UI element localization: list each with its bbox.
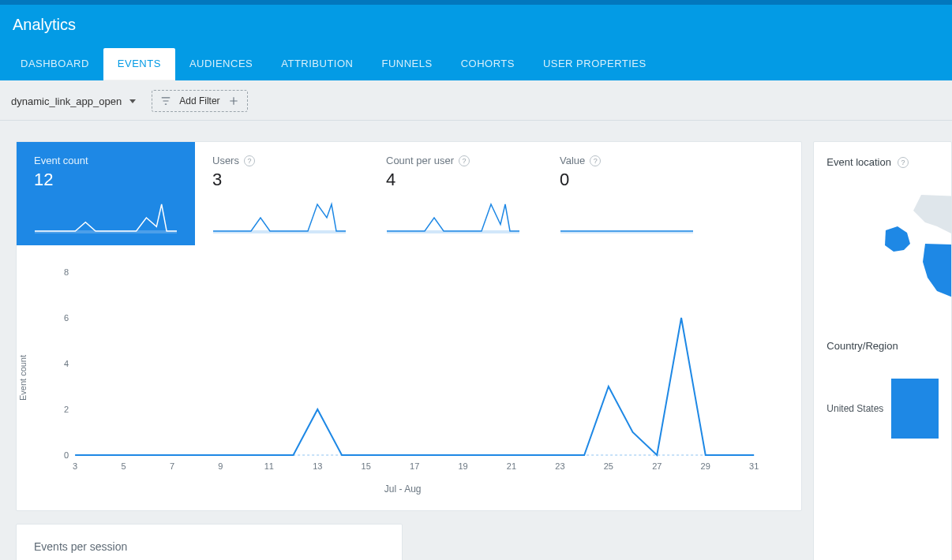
- metric-value: 0: [560, 170, 702, 190]
- metric-label-text: Users: [212, 155, 239, 166]
- country-bar-track: [891, 379, 939, 439]
- caret-down-icon: [129, 99, 136, 103]
- help-icon[interactable]: ?: [244, 155, 255, 166]
- svg-text:15: 15: [362, 461, 371, 471]
- svg-text:5: 5: [122, 461, 126, 471]
- metric-tile-event-count[interactable]: Event count 12: [17, 142, 195, 245]
- svg-text:8: 8: [64, 267, 69, 277]
- side-card-title: Event location: [826, 156, 891, 168]
- country-region-label: Country/Region: [826, 340, 939, 352]
- metric-value: 4: [386, 170, 528, 190]
- svg-text:23: 23: [555, 461, 564, 471]
- svg-text:21: 21: [507, 461, 516, 471]
- metric-label-text: Value: [560, 155, 585, 166]
- tab-events[interactable]: EVENTS: [103, 48, 175, 80]
- svg-text:19: 19: [458, 461, 467, 471]
- y-axis-label: Event count: [18, 355, 28, 401]
- map-north-america: [850, 187, 951, 313]
- tab-user-properties[interactable]: USER PROPERTIES: [529, 48, 661, 80]
- metric-label: Users ?: [212, 155, 354, 166]
- country-bar-row: United States: [826, 379, 939, 439]
- svg-text:0: 0: [64, 450, 69, 460]
- svg-text:7: 7: [170, 461, 174, 471]
- metric-label-text: Event count: [34, 155, 88, 166]
- svg-text:2: 2: [64, 405, 69, 414]
- filter-bar: dynamic_link_app_open Add Filter: [0, 80, 952, 121]
- filter-icon: [160, 95, 171, 106]
- sparkline-value: [560, 201, 694, 234]
- events-per-session-title: Events per session: [34, 540, 127, 553]
- header-tabs: DASHBOARD EVENTS AUDIENCES ATTRIBUTION F…: [0, 48, 952, 80]
- main-line-chart: 0246835791113151719212325272931: [43, 264, 762, 477]
- app-header: Analytics DASHBOARD EVENTS AUDIENCES ATT…: [0, 5, 952, 80]
- tab-cohorts[interactable]: COHORTS: [447, 48, 529, 80]
- event-select-value: dynamic_link_app_open: [11, 95, 122, 107]
- sparkline-event-count: [34, 201, 178, 234]
- tab-funnels[interactable]: FUNNELS: [367, 48, 446, 80]
- svg-text:31: 31: [749, 461, 759, 471]
- svg-text:17: 17: [410, 461, 419, 471]
- svg-text:29: 29: [701, 461, 710, 471]
- metric-tile-count-per-user[interactable]: Count per user ? 4: [369, 142, 542, 245]
- country-bar-label: United States: [826, 379, 891, 439]
- metric-card: Event count 12 Users ? 3 Count per user: [16, 141, 802, 511]
- svg-text:6: 6: [64, 313, 69, 323]
- svg-text:13: 13: [313, 461, 322, 471]
- svg-text:25: 25: [604, 461, 613, 471]
- metric-tile-users[interactable]: Users ? 3: [195, 142, 369, 245]
- svg-text:4: 4: [64, 359, 69, 368]
- svg-text:27: 27: [652, 461, 662, 471]
- metric-label-text: Count per user: [386, 155, 454, 166]
- help-icon[interactable]: ?: [459, 155, 470, 166]
- event-select-dropdown[interactable]: dynamic_link_app_open: [11, 95, 136, 107]
- metric-tile-value[interactable]: Value ? 0: [542, 142, 716, 245]
- tab-audiences[interactable]: AUDIENCES: [175, 48, 267, 80]
- content-area: Event count 12 Users ? 3 Count per user: [0, 121, 952, 560]
- svg-text:11: 11: [264, 461, 274, 471]
- metric-label: Count per user ?: [386, 155, 528, 166]
- tab-attribution[interactable]: ATTRIBUTION: [267, 48, 367, 80]
- page-title: Analytics: [0, 5, 952, 48]
- side-column: Event location ? Country/Region United S…: [813, 141, 952, 560]
- metric-value: 12: [34, 170, 181, 190]
- svg-text:3: 3: [73, 461, 77, 471]
- help-icon[interactable]: ?: [590, 155, 601, 166]
- metric-label: Event count: [34, 155, 181, 166]
- metric-value: 3: [212, 170, 354, 190]
- main-column: Event count 12 Users ? 3 Count per user: [16, 141, 802, 560]
- event-location-map: [826, 187, 951, 313]
- x-axis-caption: Jul - Aug: [43, 483, 762, 495]
- plus-icon: [228, 95, 239, 106]
- main-chart-area: Event count 0246835791113151719212325272…: [17, 245, 801, 510]
- side-card-title-row: Event location ?: [826, 156, 939, 168]
- event-location-card: Event location ? Country/Region United S…: [813, 141, 952, 560]
- sparkline-count-per-user: [386, 201, 520, 234]
- add-filter-label: Add Filter: [179, 95, 219, 106]
- events-per-session-card: Events per session: [16, 524, 403, 560]
- add-filter-button[interactable]: Add Filter: [152, 90, 247, 112]
- metric-row: Event count 12 Users ? 3 Count per user: [17, 142, 801, 245]
- svg-text:9: 9: [218, 461, 223, 471]
- sparkline-users: [212, 201, 347, 234]
- help-icon[interactable]: ?: [898, 157, 909, 168]
- tab-dashboard[interactable]: DASHBOARD: [6, 48, 103, 80]
- country-bar-fill: [891, 379, 939, 439]
- metric-label: Value ?: [560, 155, 702, 166]
